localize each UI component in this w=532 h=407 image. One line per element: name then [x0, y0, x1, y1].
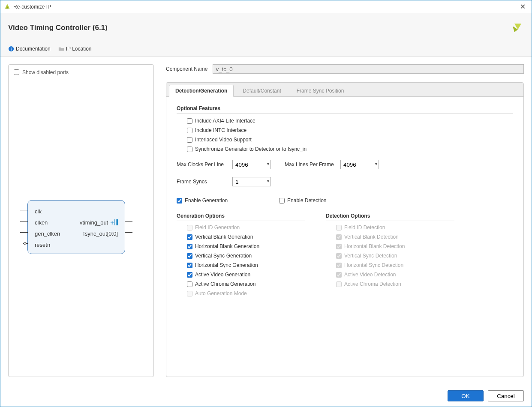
det-hsync: Horizontal Sync Detection	[336, 262, 454, 268]
frame-syncs-dropdown[interactable]: ▾	[232, 177, 271, 186]
enable-detection[interactable]: Enable Detection	[279, 198, 326, 204]
opt-intc[interactable]: Include INTC Interface	[187, 127, 513, 133]
ip-block: clk clken vtiming_out +	[27, 200, 125, 254]
port-gen-clken: gen_clken	[35, 230, 60, 237]
block-diagram: clk clken vtiming_out +	[27, 200, 125, 254]
vendor-logo-icon	[510, 21, 524, 35]
component-name-label: Component Name	[166, 66, 207, 72]
documentation-link[interactable]: i Documentation	[8, 46, 51, 52]
ip-location-label: IP Location	[66, 46, 92, 52]
detection-options-col: Detection Options Field ID Detection Ver…	[326, 213, 454, 300]
show-disabled-ports-checkbox[interactable]: Show disabled ports	[12, 68, 150, 76]
enable-generation[interactable]: Enable Generation	[177, 198, 228, 204]
window-title: Re-customize IP	[13, 4, 517, 10]
det-vblank: Vertical Blank Detection	[336, 234, 454, 240]
det-active-video: Active Video Detection	[336, 272, 454, 278]
component-name-input[interactable]	[213, 64, 524, 74]
tab-frame-sync-position[interactable]: Frame Sync Position	[290, 85, 351, 97]
bus-icon: +	[110, 219, 118, 226]
tab-content: Optional Features Include AXI4-Lite Inte…	[166, 97, 523, 308]
generation-options-title: Generation Options	[177, 213, 305, 221]
info-icon: i	[8, 46, 14, 52]
dialog-window: Re-customize IP ✕ Video Timing Controlle…	[0, 0, 532, 407]
detection-options-title: Detection Options	[326, 213, 454, 221]
footer: OK Cancel	[0, 385, 532, 407]
port-resetn: resetn	[35, 242, 50, 248]
tabbed-area: Detection/Generation Default/Constant Fr…	[166, 82, 524, 377]
tab-bar: Detection/Generation Default/Constant Fr…	[166, 83, 523, 97]
show-disabled-ports-input[interactable]	[14, 69, 19, 75]
gen-auto-mode: Auto Generation Mode	[187, 290, 305, 296]
det-vsync: Vertical Sync Detection	[336, 253, 454, 259]
det-hblank: Horizontal Blank Detection	[336, 243, 454, 249]
preview-panel: Show disabled ports clk	[8, 64, 154, 377]
port-vtiming-out: vtiming_out	[80, 219, 108, 226]
ip-location-link[interactable]: IP Location	[58, 46, 92, 52]
max-clocks-label: Max Clocks Per Line	[177, 162, 227, 168]
gen-hblank[interactable]: Horizontal Blank Generation	[187, 243, 305, 249]
port-clk: clk	[35, 208, 42, 215]
max-clocks-dropdown[interactable]: ▾	[232, 160, 271, 169]
gen-active-video[interactable]: Active Video Generation	[187, 272, 305, 278]
tab-default-constant[interactable]: Default/Constant	[236, 85, 287, 97]
gen-vblank[interactable]: Vertical Blank Generation	[187, 234, 305, 240]
svg-text:i: i	[11, 47, 12, 51]
port-fsync-out: fsync_out[0:0]	[83, 230, 118, 237]
optional-features-title: Optional Features	[177, 105, 513, 114]
gen-field-id: Field ID Generation	[187, 224, 305, 230]
titlebar: Re-customize IP ✕	[0, 0, 532, 13]
generation-options-col: Generation Options Field ID Generation V…	[177, 213, 305, 300]
opt-axi4lite[interactable]: Include AXI4-Lite Interface	[187, 118, 513, 124]
max-lines-label: Max Lines Per Frame	[285, 162, 335, 168]
max-lines-dropdown[interactable]: ▾	[340, 160, 379, 169]
port-clken: clken	[35, 219, 48, 226]
det-active-chroma: Active Chroma Detection	[336, 281, 454, 287]
tab-detection-generation[interactable]: Detection/Generation	[169, 85, 234, 97]
app-icon	[4, 3, 11, 10]
show-disabled-ports-label: Show disabled ports	[22, 69, 69, 75]
config-panel: Component Name Detection/Generation Defa…	[166, 64, 524, 377]
gen-vsync[interactable]: Vertical Sync Generation	[187, 253, 305, 259]
close-icon[interactable]: ✕	[517, 3, 528, 11]
opt-sync-detector[interactable]: Synchronize Generator to Detector or to …	[187, 146, 513, 152]
header-area: Video Timing Controller (6.1) i Document…	[0, 13, 532, 57]
opt-interlaced[interactable]: Interlaced Video Support	[187, 137, 513, 143]
ip-title: Video Timing Controller (6.1)	[8, 24, 108, 32]
folder-icon	[58, 46, 64, 52]
component-name-row: Component Name	[166, 64, 524, 74]
frame-syncs-label: Frame Syncs	[177, 179, 227, 185]
gen-hsync[interactable]: Horizontal Sync Generation	[187, 262, 305, 268]
gen-active-chroma[interactable]: Active Chroma Generation	[187, 281, 305, 287]
cancel-button[interactable]: Cancel	[488, 390, 524, 401]
documentation-label: Documentation	[16, 46, 51, 52]
ok-button[interactable]: OK	[448, 390, 484, 401]
det-field-id: Field ID Detection	[336, 224, 454, 230]
main-area: Show disabled ports clk	[0, 57, 532, 385]
